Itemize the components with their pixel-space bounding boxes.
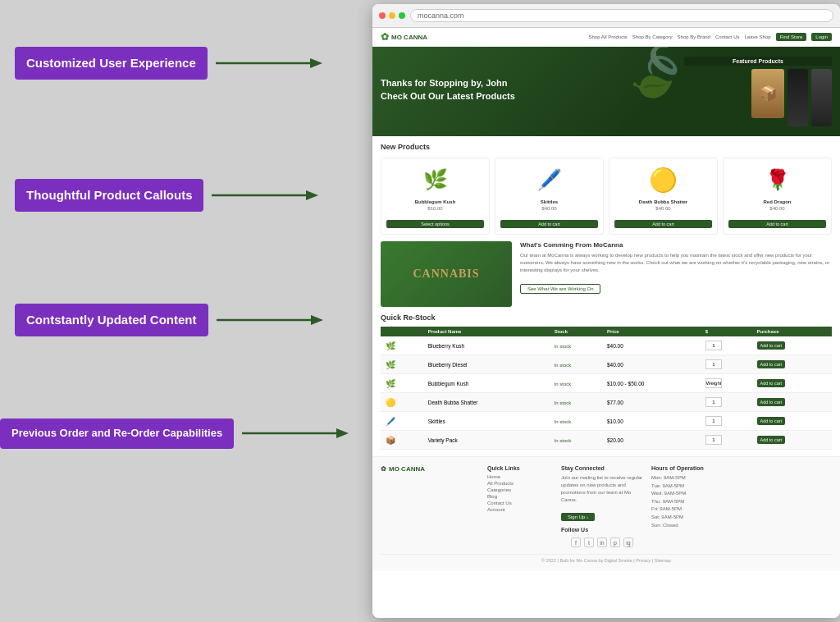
purchase-cell-4: Add to cart [754,412,832,431]
add-to-cart-btn-3[interactable]: Add to cart [757,398,786,406]
svg-marker-7 [336,428,349,438]
stock-badge-3: In stock [555,400,572,405]
product-img-3: 🌹 [728,163,826,196]
close-button[interactable] [379,12,386,19]
nav-by-brand[interactable]: Shop By Brand [678,34,710,39]
qty-input-0[interactable] [705,341,722,350]
stock-cell-1: In stock [551,355,604,374]
product-price-2: $40.00 [614,206,712,211]
footer-link-blog[interactable]: Blog [487,494,553,499]
col-header-price: Price [604,327,702,336]
footer-link-categories[interactable]: Categories [487,487,553,492]
nav-shop-all[interactable]: Shop All Products [588,34,627,39]
browser-chrome: mocanna.com [372,4,840,28]
social-twitter[interactable]: t [584,537,594,547]
footer-link-account[interactable]: Account [487,507,553,512]
col-header-purchase: Purchase [754,327,832,336]
social-linkedin[interactable]: in [597,537,607,547]
site-logo[interactable]: ✿ MO CANNA [381,31,430,43]
add-to-cart-btn-0[interactable]: Add to cart [757,341,786,350]
stock-cell-0: In stock [551,336,604,355]
hours-text: Mon: 9AM-5PMTue: 9AM-5PMWed: 9AM-5PMThu:… [651,474,832,529]
footer-link-home[interactable]: Home [487,474,553,479]
stock-badge-0: In stock [555,344,572,349]
hours-item: Fri: 9AM-5PM [651,505,832,514]
arrow-2 [212,187,318,204]
price-cell-4: $10.00 [604,412,702,431]
qty-input-3[interactable] [705,397,722,407]
add-to-cart-btn-5[interactable]: Add to cart [757,436,786,444]
stock-cell-3: In stock [551,393,604,412]
footer-link-all-products[interactable]: All Products [487,481,553,486]
product-name-cell-4: Skittles [425,412,551,431]
site-navigation: ✿ MO CANNA Shop All Products Shop By Cat… [372,28,840,47]
url-bar[interactable]: mocanna.com [410,9,833,22]
hours-item: Tue: 9AM-5PM [651,483,832,491]
qty-cell-2 [702,374,754,393]
product-action-0[interactable]: Select options [386,220,484,228]
product-thumb-cell-4: 🖊️ [381,412,425,431]
annotation-box-3: Contstantly Updated Content [15,304,208,336]
qty-input-2[interactable] [705,378,722,388]
annotations-panel: Customized User Experience Thoughtful Pr… [0,0,377,622]
footer-quick-links-title: Quick Links [487,465,553,471]
product-img-2: 🟡 [614,163,712,196]
product-name-0: Bubblegum Kush [386,199,484,204]
nav-find-store[interactable]: Find Store [776,33,807,41]
arrow-1 [216,55,322,71]
col-header-img [381,327,425,336]
annotation-customized-ux: Customized User Experience [15,47,322,80]
featured-products-label: Featured Products [684,57,832,66]
table-row: 🖊️ Skittles In stock $10.00 Add to cart [381,412,832,431]
purchase-cell-2: Add to cart [754,374,832,393]
price-cell-2: $10.00 - $50.00 [604,374,702,393]
social-pinterest[interactable]: p [610,537,620,547]
annotation-product-callouts: Thoughtful Product Callouts [15,179,318,212]
qty-input-1[interactable] [705,359,722,369]
footer-logo: ✿ MO CANNA [381,465,479,473]
nav-by-category[interactable]: Shop By Category [632,34,673,39]
product-name-cell-2: Bubblegum Kush [425,374,551,393]
product-img-0: 🌿 [386,163,484,196]
footer-connected-col: Stay Connected Join our mailing list to … [561,465,643,547]
add-to-cart-btn-1[interactable]: Add to cart [757,360,786,368]
add-to-cart-btn-4[interactable]: Add to cart [757,417,786,425]
product-name-cell-5: Variety Pack [425,431,551,450]
price-cell-0: $40.00 [604,336,702,355]
product-thumb-1: 🌿 [384,358,397,371]
product-name-cell-0: Blueberry Kush [425,336,551,355]
hero-featured-products: Featured Products 📦 [684,57,832,126]
qty-input-5[interactable] [705,435,722,445]
product-action-1[interactable]: Add to cart [500,220,598,228]
maximize-button[interactable] [399,12,405,19]
product-action-2[interactable]: Add to cart [614,220,712,228]
sign-up-button[interactable]: Sign Up › [561,513,595,521]
footer-connected-title: Stay Connected [561,465,643,471]
nav-login[interactable]: Login [811,33,832,41]
stock-cell-5: In stock [551,431,604,450]
product-img-1: 🖊️ [500,163,598,196]
see-more-button[interactable]: See What We are Working On [520,284,600,294]
product-thumb-cell-0: 🌿 [381,336,425,355]
qty-cell-5 [702,431,754,450]
product-price-1: $40.00 [500,206,598,211]
social-facebook[interactable]: f [571,537,581,547]
nav-contact[interactable]: Contact Us [715,34,740,39]
website-content[interactable]: ✿ MO CANNA Shop All Products Shop By Cat… [372,28,840,618]
stock-badge-1: In stock [555,363,572,368]
restock-section: Quick Re-Stock Product Name Stock Price … [372,313,840,456]
col-header-qty: $ [702,327,754,336]
product-thumb-cell-5: 📦 [381,431,425,450]
browser-window: mocanna.com ✿ MO CANNA Shop All Products… [372,4,840,618]
footer-copyright: © 2022 | Built for Mo Canna by Digital S… [381,554,832,563]
footer-link-contact[interactable]: Contact Us [487,501,553,505]
qty-input-4[interactable] [705,416,722,426]
product-name-cell-1: Blueberry Diesel [425,355,551,374]
minimize-button[interactable] [389,12,395,19]
table-row: 🌿 Blueberry Kush In stock $40.00 Add to … [381,336,832,355]
stock-badge-2: In stock [555,382,572,386]
add-to-cart-btn-2[interactable]: Add to cart [757,379,786,387]
product-action-3[interactable]: Add to cart [728,220,826,228]
nav-leave-shop[interactable]: Leave Shop [745,34,771,39]
social-instagram[interactable]: ig [623,537,633,547]
